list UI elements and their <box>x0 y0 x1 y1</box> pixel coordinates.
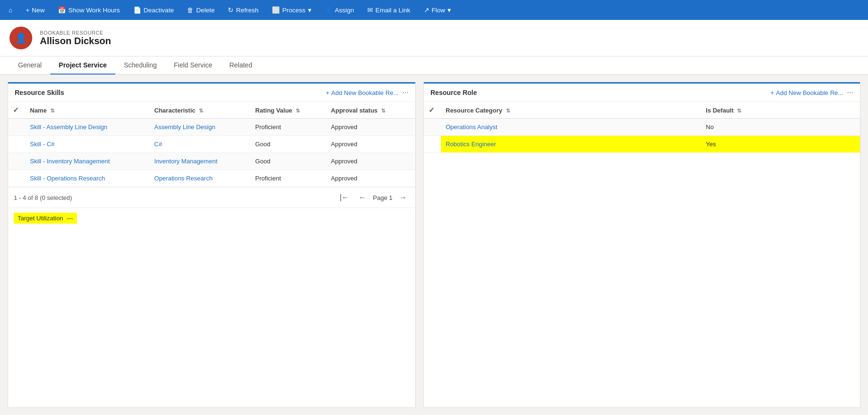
resource-skills-panel: Resource Skills + Add New Bookable Re...… <box>8 82 416 408</box>
table-row[interactable]: Skill - Operations Research Operations R… <box>8 170 415 187</box>
add-resource-skill-button[interactable]: + Add New Bookable Re... <box>326 89 398 96</box>
email-icon: ✉ <box>367 6 373 14</box>
row-select-cell <box>8 170 25 187</box>
characteristic-sort-icon: ⇅ <box>199 108 203 113</box>
add-resource-skill-label: Add New Bookable Re... <box>331 89 399 96</box>
prev-page-button[interactable]: ← <box>356 192 369 203</box>
is-default-column-header[interactable]: Is Default ⇅ <box>701 102 860 119</box>
rating-sort-icon: ⇅ <box>296 108 300 113</box>
resource-category-cell[interactable]: Robotics Engineer <box>441 136 701 153</box>
approval-status-cell: Approved <box>326 136 415 153</box>
table-row[interactable]: Skill - C# C# Good Approved <box>8 136 415 153</box>
resource-role-table: ✓ Resource Category ⇅ Is Default ⇅ Opera… <box>424 102 860 153</box>
approval-status-cell: Approved <box>326 170 415 187</box>
characteristic-column-header[interactable]: Characteristic ⇅ <box>149 102 251 119</box>
role-checkmark-icon: ✓ <box>429 106 435 114</box>
flow-icon: ↗ <box>424 6 429 14</box>
name-sort-icon: ⇅ <box>50 108 55 113</box>
new-button[interactable]: + New <box>19 0 51 20</box>
assign-icon: 👤 <box>325 6 333 14</box>
resource-role-panel: Resource Role + Add New Bookable Re... ·… <box>423 82 860 408</box>
calendar-icon: 📅 <box>58 6 66 14</box>
resource-category-column-header[interactable]: Resource Category ⇅ <box>441 102 701 119</box>
delete-button[interactable]: 🗑 Delete <box>180 0 221 20</box>
resource-role-header: Resource Role + Add New Bookable Re... ·… <box>424 84 860 102</box>
new-button-label: New <box>32 7 45 14</box>
deactivate-button[interactable]: 📄 Deactivate <box>127 0 181 20</box>
resource-skills-table: ✓ Name ⇅ Characteristic ⇅ Rating Value ⇅ <box>8 102 415 187</box>
process-label: Process <box>282 7 306 14</box>
characteristic-cell[interactable]: C# <box>149 136 251 153</box>
is-default-sort-icon: ⇅ <box>737 108 741 113</box>
show-work-hours-button[interactable]: 📅 Show Work Hours <box>51 0 127 20</box>
flow-button[interactable]: ↗ Flow ▾ <box>417 0 458 20</box>
nav-home-button[interactable]: ⌂ <box>2 0 19 20</box>
name-column-header[interactable]: Name ⇅ <box>25 102 149 119</box>
approval-status-cell: Approved <box>326 119 415 136</box>
resource-category-cell[interactable]: Operations Analyst <box>441 119 701 136</box>
home-icon: ⌂ <box>9 7 12 14</box>
row-select-cell <box>8 136 25 153</box>
target-utilization-label[interactable]: Target Utilization --- <box>14 213 77 224</box>
role-row-select-cell <box>424 136 441 153</box>
table-row[interactable]: Robotics Engineer Yes <box>424 136 860 153</box>
record-header: 👤 BOOKABLE RESOURCE Allison Dickson <box>0 20 868 57</box>
table-row[interactable]: Skill - Inventory Management Inventory M… <box>8 153 415 170</box>
skill-name-cell[interactable]: Skill - Assembly Line Design <box>25 119 149 136</box>
resource-category-sort-icon: ⇅ <box>506 108 510 113</box>
record-type-label: BOOKABLE RESOURCE <box>40 30 111 36</box>
assign-button[interactable]: 👤 Assign <box>318 0 361 20</box>
resource-skills-more-button[interactable]: ··· <box>402 88 409 97</box>
add-resource-role-button[interactable]: + Add New Bookable Re... <box>770 89 843 96</box>
pagination-info: 1 - 4 of 8 (0 selected) <box>14 194 333 201</box>
process-button[interactable]: ⬜ Process ▾ <box>265 0 318 20</box>
approval-status-column-header[interactable]: Approval status ⇅ <box>326 102 415 119</box>
tabs-bar: General Project Service Scheduling Field… <box>0 57 868 75</box>
record-name: Allison Dickson <box>40 36 111 47</box>
new-icon: + <box>26 7 29 14</box>
tab-scheduling[interactable]: Scheduling <box>115 57 165 75</box>
tab-related[interactable]: Related <box>221 57 261 75</box>
row-select-cell <box>8 119 25 136</box>
rating-value-cell: Proficient <box>251 119 327 136</box>
plus-icon-role: + <box>770 89 774 96</box>
assign-label: Assign <box>335 7 355 14</box>
record-title-block: BOOKABLE RESOURCE Allison Dickson <box>40 30 111 47</box>
rating-value-cell: Good <box>251 136 327 153</box>
role-row-select-cell <box>424 119 441 136</box>
tab-project-service[interactable]: Project Service <box>50 57 115 75</box>
tab-field-service[interactable]: Field Service <box>165 57 221 75</box>
add-resource-role-label: Add New Bookable Re... <box>776 89 843 96</box>
delete-icon: 🗑 <box>187 7 194 14</box>
select-all-header: ✓ <box>8 102 25 119</box>
is-default-cell: No <box>701 119 860 136</box>
refresh-button[interactable]: ↻ Refresh <box>221 0 265 20</box>
resource-role-more-button[interactable]: ··· <box>847 88 853 97</box>
refresh-icon: ↻ <box>228 6 233 14</box>
row-select-cell <box>8 153 25 170</box>
table-row[interactable]: Operations Analyst No <box>424 119 860 136</box>
characteristic-cell[interactable]: Operations Research <box>149 170 251 187</box>
tab-general[interactable]: General <box>9 57 50 75</box>
first-page-button[interactable]: |← <box>337 192 352 203</box>
deactivate-icon: 📄 <box>133 6 141 14</box>
characteristic-cell[interactable]: Inventory Management <box>149 153 251 170</box>
flow-dropdown-icon: ▾ <box>448 6 451 14</box>
is-default-cell: Yes <box>701 136 860 153</box>
next-page-button[interactable]: → <box>396 192 410 203</box>
skill-name-cell[interactable]: Skill - C# <box>25 136 149 153</box>
skill-name-cell[interactable]: Skill - Inventory Management <box>25 153 149 170</box>
table-row[interactable]: Skill - Assembly Line Design Assembly Li… <box>8 119 415 136</box>
rating-value-column-header[interactable]: Rating Value ⇅ <box>251 102 327 119</box>
role-select-all-header: ✓ <box>424 102 441 119</box>
skill-name-cell[interactable]: Skill - Operations Research <box>25 170 149 187</box>
deactivate-label: Deactivate <box>144 7 174 14</box>
resource-skills-title: Resource Skills <box>15 89 322 96</box>
characteristic-cell[interactable]: Assembly Line Design <box>149 119 251 136</box>
rating-value-cell: Good <box>251 153 327 170</box>
email-a-link-button[interactable]: ✉ Email a Link <box>361 0 417 20</box>
process-icon: ⬜ <box>272 6 280 14</box>
main-content: Resource Skills + Add New Bookable Re...… <box>0 75 868 415</box>
flow-label: Flow <box>432 7 446 14</box>
top-navigation-bar: ⌂ + New 📅 Show Work Hours 📄 Deactivate 🗑… <box>0 0 868 20</box>
